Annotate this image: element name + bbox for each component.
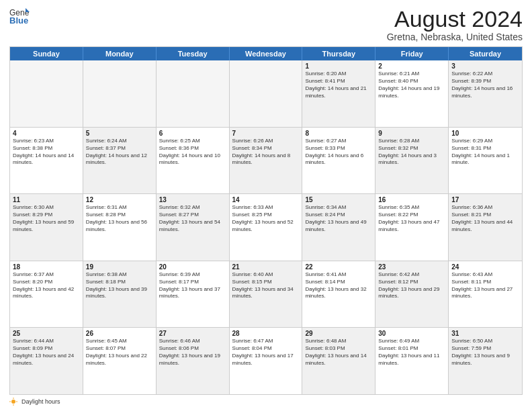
cell-sun-info: Sunrise: 6:23 AM Sunset: 8:38 PM Dayligh… — [13, 138, 80, 167]
cal-cell-empty — [230, 60, 303, 127]
cal-cell-day-13: 13Sunrise: 6:32 AM Sunset: 8:27 PM Dayli… — [157, 194, 230, 261]
cell-sun-info: Sunrise: 6:34 AM Sunset: 8:24 PM Dayligh… — [305, 204, 372, 233]
day-number: 27 — [159, 330, 226, 337]
month-year: August 2024 — [387, 7, 523, 32]
cal-cell-day-7: 7Sunrise: 6:26 AM Sunset: 8:34 PM Daylig… — [230, 128, 303, 194]
cell-sun-info: Sunrise: 6:27 AM Sunset: 8:33 PM Dayligh… — [305, 138, 372, 167]
cal-cell-day-21: 21Sunrise: 6:40 AM Sunset: 8:15 PM Dayli… — [230, 261, 303, 328]
cell-sun-info: Sunrise: 6:46 AM Sunset: 8:06 PM Dayligh… — [159, 338, 226, 367]
daylight-label: Daylight hours — [21, 398, 60, 405]
day-number: 8 — [305, 130, 372, 137]
logo-icon: General Blue — [9, 7, 30, 26]
cal-row-1: 4Sunrise: 6:23 AM Sunset: 8:38 PM Daylig… — [10, 128, 522, 195]
cell-sun-info: Sunrise: 6:48 AM Sunset: 8:03 PM Dayligh… — [305, 338, 372, 367]
calendar: SundayMondayTuesdayWednesdayThursdayFrid… — [9, 46, 523, 395]
cell-sun-info: Sunrise: 6:28 AM Sunset: 8:32 PM Dayligh… — [378, 138, 445, 167]
calendar-header: SundayMondayTuesdayWednesdayThursdayFrid… — [10, 47, 522, 60]
cell-sun-info: Sunrise: 6:21 AM Sunset: 8:40 PM Dayligh… — [378, 71, 445, 99]
cell-sun-info: Sunrise: 6:40 AM Sunset: 8:15 PM Dayligh… — [232, 271, 300, 300]
day-number: 21 — [232, 263, 300, 271]
cal-cell-day-30: 30Sunrise: 6:49 AM Sunset: 8:01 PM Dayli… — [375, 328, 449, 394]
cal-cell-day-10: 10Sunrise: 6:29 AM Sunset: 8:31 PM Dayli… — [449, 128, 522, 194]
cal-row-3: 18Sunrise: 6:37 AM Sunset: 8:20 PM Dayli… — [10, 261, 522, 328]
cal-cell-day-5: 5Sunrise: 6:24 AM Sunset: 8:37 PM Daylig… — [83, 128, 157, 194]
cal-cell-day-11: 11Sunrise: 6:30 AM Sunset: 8:29 PM Dayli… — [10, 194, 83, 261]
cal-cell-day-6: 6Sunrise: 6:25 AM Sunset: 8:36 PM Daylig… — [157, 128, 230, 194]
location: Gretna, Nebraska, United States — [387, 32, 523, 42]
logo: General Blue — [9, 7, 30, 26]
cal-cell-day-3: 3Sunrise: 6:22 AM Sunset: 8:39 PM Daylig… — [449, 60, 522, 127]
cell-sun-info: Sunrise: 6:41 AM Sunset: 8:14 PM Dayligh… — [305, 271, 372, 300]
cell-sun-info: Sunrise: 6:36 AM Sunset: 8:21 PM Dayligh… — [451, 204, 519, 233]
cell-sun-info: Sunrise: 6:42 AM Sunset: 8:12 PM Dayligh… — [378, 271, 445, 300]
day-number: 28 — [232, 330, 300, 337]
day-number: 13 — [159, 196, 226, 203]
cell-sun-info: Sunrise: 6:43 AM Sunset: 8:11 PM Dayligh… — [451, 271, 519, 300]
cal-cell-day-26: 26Sunrise: 6:45 AM Sunset: 8:07 PM Dayli… — [83, 328, 157, 394]
day-number: 2 — [378, 62, 445, 70]
cal-row-2: 11Sunrise: 6:30 AM Sunset: 8:29 PM Dayli… — [10, 194, 522, 261]
day-number: 7 — [232, 130, 300, 137]
day-number: 9 — [378, 130, 445, 137]
day-number: 23 — [378, 263, 445, 271]
day-number: 12 — [86, 196, 153, 203]
cell-sun-info: Sunrise: 6:32 AM Sunset: 8:27 PM Dayligh… — [159, 204, 226, 233]
day-number: 17 — [451, 196, 519, 203]
day-number: 26 — [86, 330, 153, 337]
cell-sun-info: Sunrise: 6:44 AM Sunset: 8:09 PM Dayligh… — [13, 338, 80, 367]
cell-sun-info: Sunrise: 6:49 AM Sunset: 8:01 PM Dayligh… — [378, 338, 445, 367]
cal-header-thursday: Thursday — [302, 47, 375, 60]
svg-point-3 — [11, 400, 15, 404]
cell-sun-info: Sunrise: 6:25 AM Sunset: 8:36 PM Dayligh… — [159, 138, 226, 167]
cal-cell-day-19: 19Sunrise: 6:38 AM Sunset: 8:18 PM Dayli… — [83, 261, 157, 328]
cal-cell-day-1: 1Sunrise: 6:20 AM Sunset: 8:41 PM Daylig… — [302, 60, 375, 127]
day-number: 22 — [305, 263, 372, 271]
day-number: 15 — [305, 196, 372, 203]
cal-cell-empty — [157, 60, 230, 127]
day-number: 20 — [159, 263, 226, 271]
cal-header-tuesday: Tuesday — [157, 47, 230, 60]
cal-cell-day-12: 12Sunrise: 6:31 AM Sunset: 8:28 PM Dayli… — [83, 194, 157, 261]
cell-sun-info: Sunrise: 6:50 AM Sunset: 7:59 PM Dayligh… — [451, 338, 519, 367]
cal-cell-day-20: 20Sunrise: 6:39 AM Sunset: 8:17 PM Dayli… — [157, 261, 230, 328]
day-number: 10 — [451, 130, 519, 137]
cal-cell-empty — [10, 60, 83, 127]
cal-header-wednesday: Wednesday — [230, 47, 303, 60]
cal-cell-day-15: 15Sunrise: 6:34 AM Sunset: 8:24 PM Dayli… — [302, 194, 375, 261]
legend: Daylight hours — [9, 398, 523, 406]
cal-header-monday: Monday — [83, 47, 157, 60]
cell-sun-info: Sunrise: 6:35 AM Sunset: 8:22 PM Dayligh… — [378, 204, 445, 233]
cal-cell-empty — [83, 60, 157, 127]
cal-cell-day-25: 25Sunrise: 6:44 AM Sunset: 8:09 PM Dayli… — [10, 328, 83, 394]
cell-sun-info: Sunrise: 6:33 AM Sunset: 8:25 PM Dayligh… — [232, 204, 300, 233]
cal-cell-day-2: 2Sunrise: 6:21 AM Sunset: 8:40 PM Daylig… — [375, 60, 449, 127]
cal-header-sunday: Sunday — [10, 47, 83, 60]
day-number: 18 — [13, 263, 80, 271]
day-number: 24 — [451, 263, 519, 271]
cal-cell-day-14: 14Sunrise: 6:33 AM Sunset: 8:25 PM Dayli… — [230, 194, 303, 261]
day-number: 3 — [451, 62, 519, 70]
cal-cell-day-31: 31Sunrise: 6:50 AM Sunset: 7:59 PM Dayli… — [449, 328, 522, 394]
header: General Blue August 2024 Gretna, Nebrask… — [9, 7, 523, 42]
cell-sun-info: Sunrise: 6:30 AM Sunset: 8:29 PM Dayligh… — [13, 204, 80, 233]
day-number: 4 — [13, 130, 80, 137]
cal-cell-day-18: 18Sunrise: 6:37 AM Sunset: 8:20 PM Dayli… — [10, 261, 83, 328]
cell-sun-info: Sunrise: 6:29 AM Sunset: 8:31 PM Dayligh… — [451, 138, 519, 167]
sun-icon — [9, 398, 17, 406]
cal-cell-day-17: 17Sunrise: 6:36 AM Sunset: 8:21 PM Dayli… — [449, 194, 522, 261]
day-number: 19 — [86, 263, 153, 271]
cell-sun-info: Sunrise: 6:31 AM Sunset: 8:28 PM Dayligh… — [86, 204, 153, 233]
cell-sun-info: Sunrise: 6:20 AM Sunset: 8:41 PM Dayligh… — [305, 71, 372, 99]
cal-cell-day-8: 8Sunrise: 6:27 AM Sunset: 8:33 PM Daylig… — [302, 128, 375, 194]
day-number: 30 — [378, 330, 445, 337]
day-number: 16 — [378, 196, 445, 203]
day-number: 14 — [232, 196, 300, 203]
calendar-body: 1Sunrise: 6:20 AM Sunset: 8:41 PM Daylig… — [10, 60, 522, 394]
day-number: 25 — [13, 330, 80, 337]
cal-cell-day-28: 28Sunrise: 6:47 AM Sunset: 8:04 PM Dayli… — [230, 328, 303, 394]
cell-sun-info: Sunrise: 6:39 AM Sunset: 8:17 PM Dayligh… — [159, 271, 226, 300]
page: General Blue August 2024 Gretna, Nebrask… — [0, 0, 532, 411]
day-number: 1 — [305, 62, 372, 70]
cal-header-friday: Friday — [375, 47, 449, 60]
day-number: 5 — [86, 130, 153, 137]
